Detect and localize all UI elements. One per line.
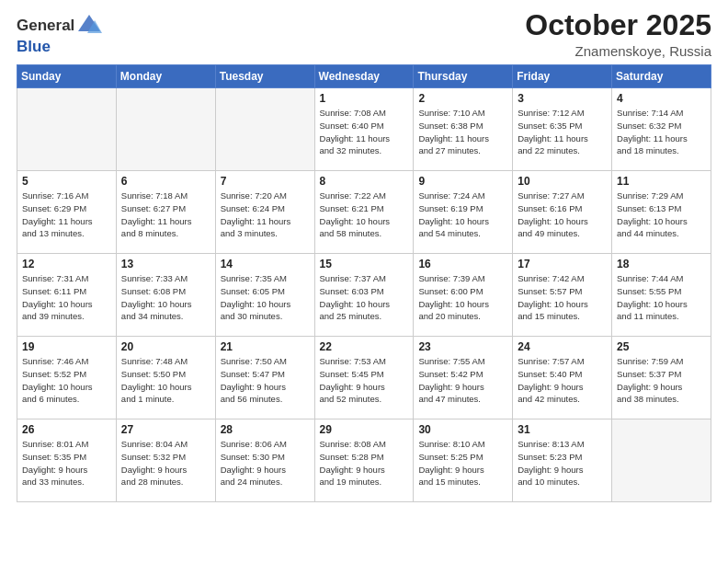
week-row-5: 26Sunrise: 8:01 AM Sunset: 5:35 PM Dayli…: [17, 419, 711, 502]
day-info: Sunrise: 7:14 AM Sunset: 6:32 PM Dayligh…: [617, 107, 706, 157]
logo-blue-text: Blue: [17, 38, 51, 55]
day-info: Sunrise: 7:50 AM Sunset: 5:47 PM Dayligh…: [221, 355, 310, 406]
day-number: 22: [320, 340, 409, 353]
day-cell: 22Sunrise: 7:53 AM Sunset: 5:45 PM Dayli…: [314, 337, 414, 419]
day-number: 13: [121, 258, 210, 270]
day-cell: 28Sunrise: 8:06 AM Sunset: 5:30 PM Dayli…: [215, 419, 314, 502]
day-number: 3: [518, 92, 607, 105]
day-cell: 10Sunrise: 7:27 AM Sunset: 6:16 PM Dayli…: [513, 171, 612, 254]
day-number: 10: [518, 175, 607, 188]
page: General Blue October 2025 Znamenskoye, R…: [0, 0, 728, 563]
day-cell: [116, 88, 215, 171]
day-cell: 6Sunrise: 7:18 AM Sunset: 6:27 PM Daylig…: [116, 171, 215, 254]
day-number: 14: [221, 258, 310, 270]
weekday-header-monday: Monday: [116, 65, 215, 88]
day-info: Sunrise: 7:08 AM Sunset: 6:40 PM Dayligh…: [320, 107, 409, 157]
day-cell: 17Sunrise: 7:42 AM Sunset: 5:57 PM Dayli…: [513, 254, 612, 337]
weekday-header-row: SundayMondayTuesdayWednesdayThursdayFrid…: [17, 65, 711, 88]
day-info: Sunrise: 7:31 AM Sunset: 6:11 PM Dayligh…: [22, 272, 111, 323]
day-cell: 15Sunrise: 7:37 AM Sunset: 6:03 PM Dayli…: [314, 254, 414, 337]
day-cell: 24Sunrise: 7:57 AM Sunset: 5:40 PM Dayli…: [513, 337, 612, 419]
day-info: Sunrise: 8:10 AM Sunset: 5:25 PM Dayligh…: [418, 438, 507, 488]
day-cell: 21Sunrise: 7:50 AM Sunset: 5:47 PM Dayli…: [215, 337, 314, 419]
day-cell: 25Sunrise: 7:59 AM Sunset: 5:37 PM Dayli…: [612, 337, 711, 419]
day-cell: 18Sunrise: 7:44 AM Sunset: 5:55 PM Dayli…: [612, 254, 711, 337]
day-cell: 4Sunrise: 7:14 AM Sunset: 6:32 PM Daylig…: [612, 88, 711, 171]
day-info: Sunrise: 7:20 AM Sunset: 6:24 PM Dayligh…: [221, 190, 310, 240]
day-info: Sunrise: 8:04 AM Sunset: 5:32 PM Dayligh…: [121, 438, 210, 488]
day-cell: 27Sunrise: 8:04 AM Sunset: 5:32 PM Dayli…: [116, 419, 215, 502]
day-info: Sunrise: 7:46 AM Sunset: 5:52 PM Dayligh…: [22, 355, 111, 406]
day-cell: [215, 88, 314, 171]
day-info: Sunrise: 7:39 AM Sunset: 6:00 PM Dayligh…: [418, 272, 507, 323]
day-cell: 29Sunrise: 8:08 AM Sunset: 5:28 PM Dayli…: [314, 419, 414, 502]
day-info: Sunrise: 7:27 AM Sunset: 6:16 PM Dayligh…: [518, 190, 607, 240]
day-number: 8: [320, 175, 409, 188]
day-cell: 16Sunrise: 7:39 AM Sunset: 6:00 PM Dayli…: [414, 254, 513, 337]
day-number: 1: [320, 92, 409, 105]
weekday-header-wednesday: Wednesday: [314, 65, 414, 88]
day-number: 4: [617, 92, 706, 105]
day-number: 17: [518, 258, 607, 270]
day-number: 20: [121, 340, 210, 353]
day-number: 15: [320, 258, 409, 270]
day-info: Sunrise: 7:55 AM Sunset: 5:42 PM Dayligh…: [418, 355, 507, 406]
day-number: 9: [418, 175, 507, 188]
day-number: 11: [617, 175, 706, 188]
title-location: Znamenskoye, Russia: [525, 43, 711, 59]
day-cell: 14Sunrise: 7:35 AM Sunset: 6:05 PM Dayli…: [215, 254, 314, 337]
day-cell: 5Sunrise: 7:16 AM Sunset: 6:29 PM Daylig…: [17, 171, 117, 254]
day-number: 31: [518, 423, 607, 436]
weekday-header-saturday: Saturday: [612, 65, 711, 88]
week-row-4: 19Sunrise: 7:46 AM Sunset: 5:52 PM Dayli…: [17, 337, 711, 419]
day-number: 18: [617, 258, 706, 270]
day-number: 30: [418, 423, 507, 436]
day-number: 5: [22, 175, 111, 188]
day-cell: 9Sunrise: 7:24 AM Sunset: 6:19 PM Daylig…: [414, 171, 513, 254]
day-number: 25: [617, 340, 706, 353]
day-info: Sunrise: 7:53 AM Sunset: 5:45 PM Dayligh…: [320, 355, 409, 406]
weekday-header-sunday: Sunday: [17, 65, 117, 88]
day-cell: 30Sunrise: 8:10 AM Sunset: 5:25 PM Dayli…: [414, 419, 513, 502]
week-row-2: 5Sunrise: 7:16 AM Sunset: 6:29 PM Daylig…: [17, 171, 711, 254]
day-info: Sunrise: 7:37 AM Sunset: 6:03 PM Dayligh…: [320, 272, 409, 323]
day-cell: 19Sunrise: 7:46 AM Sunset: 5:52 PM Dayli…: [17, 337, 117, 419]
day-cell: 31Sunrise: 8:13 AM Sunset: 5:23 PM Dayli…: [513, 419, 612, 502]
day-cell: 23Sunrise: 7:55 AM Sunset: 5:42 PM Dayli…: [414, 337, 513, 419]
day-info: Sunrise: 7:44 AM Sunset: 5:55 PM Dayligh…: [617, 272, 706, 323]
day-number: 16: [418, 258, 507, 270]
week-row-1: 1Sunrise: 7:08 AM Sunset: 6:40 PM Daylig…: [17, 88, 711, 171]
day-info: Sunrise: 7:22 AM Sunset: 6:21 PM Dayligh…: [320, 190, 409, 240]
day-number: 26: [22, 423, 111, 436]
day-number: 28: [221, 423, 310, 436]
weekday-header-thursday: Thursday: [414, 65, 513, 88]
day-number: 2: [418, 92, 507, 105]
day-info: Sunrise: 7:59 AM Sunset: 5:37 PM Dayligh…: [617, 355, 706, 406]
day-cell: 8Sunrise: 7:22 AM Sunset: 6:21 PM Daylig…: [314, 171, 414, 254]
day-cell: 12Sunrise: 7:31 AM Sunset: 6:11 PM Dayli…: [17, 254, 117, 337]
day-number: 19: [22, 340, 111, 353]
day-cell: 26Sunrise: 8:01 AM Sunset: 5:35 PM Dayli…: [17, 419, 117, 502]
day-info: Sunrise: 7:57 AM Sunset: 5:40 PM Dayligh…: [518, 355, 607, 406]
week-row-3: 12Sunrise: 7:31 AM Sunset: 6:11 PM Dayli…: [17, 254, 711, 337]
day-info: Sunrise: 8:13 AM Sunset: 5:23 PM Dayligh…: [518, 438, 607, 488]
day-info: Sunrise: 7:18 AM Sunset: 6:27 PM Dayligh…: [121, 190, 210, 240]
day-number: 27: [121, 423, 210, 436]
day-number: 23: [418, 340, 507, 353]
day-number: 24: [518, 340, 607, 353]
day-info: Sunrise: 8:01 AM Sunset: 5:35 PM Dayligh…: [22, 438, 111, 488]
day-cell: 11Sunrise: 7:29 AM Sunset: 6:13 PM Dayli…: [612, 171, 711, 254]
day-info: Sunrise: 8:08 AM Sunset: 5:28 PM Dayligh…: [320, 438, 409, 488]
day-number: 21: [221, 340, 310, 353]
day-cell: 20Sunrise: 7:48 AM Sunset: 5:50 PM Dayli…: [116, 337, 215, 419]
logo: General Blue: [17, 13, 102, 56]
title-block: October 2025 Znamenskoye, Russia: [525, 9, 711, 59]
calendar-table: SundayMondayTuesdayWednesdayThursdayFrid…: [17, 64, 711, 502]
day-number: 29: [320, 423, 409, 436]
logo-icon: [76, 13, 102, 39]
weekday-header-tuesday: Tuesday: [215, 65, 314, 88]
day-info: Sunrise: 7:29 AM Sunset: 6:13 PM Dayligh…: [617, 190, 706, 240]
day-info: Sunrise: 7:33 AM Sunset: 6:08 PM Dayligh…: [121, 272, 210, 323]
day-number: 6: [121, 175, 210, 188]
day-cell: [612, 419, 711, 502]
